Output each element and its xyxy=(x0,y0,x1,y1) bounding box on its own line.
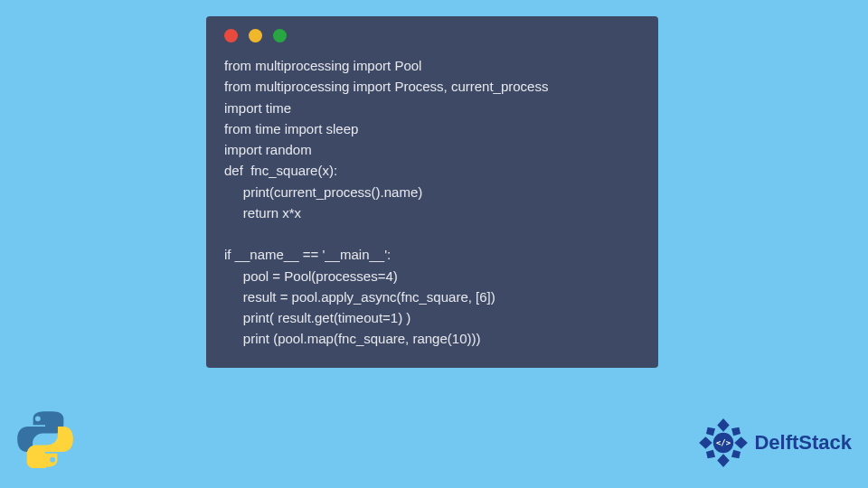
svg-marker-6 xyxy=(706,450,715,459)
python-logo-icon xyxy=(16,410,74,468)
minimize-icon[interactable] xyxy=(249,29,262,42)
code-window: from multiprocessing import Pool from mu… xyxy=(206,16,658,368)
window-titlebar xyxy=(224,29,640,42)
svg-marker-3 xyxy=(735,436,749,448)
svg-marker-1 xyxy=(718,454,730,467)
code-block: from multiprocessing import Pool from mu… xyxy=(224,55,640,350)
svg-marker-7 xyxy=(731,450,741,459)
svg-text:</>: </> xyxy=(716,438,731,447)
svg-marker-0 xyxy=(718,418,730,432)
delftstack-icon: </> xyxy=(698,418,749,468)
brand-name: DelftStack xyxy=(754,431,852,455)
svg-marker-5 xyxy=(731,427,741,436)
brand-logo: </> DelftStack xyxy=(698,418,852,468)
close-icon[interactable] xyxy=(224,29,238,42)
svg-marker-2 xyxy=(700,436,713,448)
svg-marker-4 xyxy=(706,427,715,436)
maximize-icon[interactable] xyxy=(273,29,287,42)
